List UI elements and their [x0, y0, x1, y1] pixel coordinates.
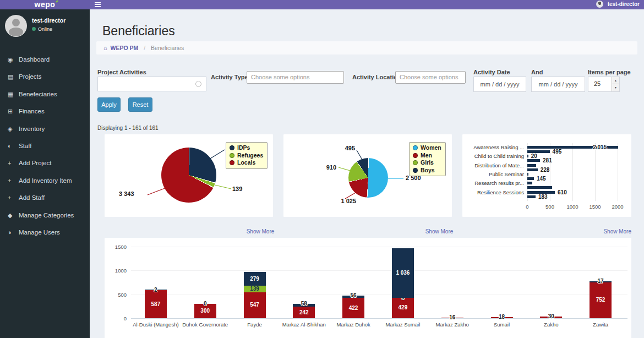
sidebar-item-add-staff[interactable]: +Add Staff [0, 189, 90, 206]
show-more-link-types[interactable]: Show More [238, 228, 282, 235]
activity-type-select[interactable]: Choose some options [247, 71, 344, 84]
sidebar-item-add-project[interactable]: +Add Project [0, 155, 90, 172]
calculator-icon: ⊞ [8, 103, 19, 120]
bar-value-label: 242 [293, 309, 315, 315]
items-per-page-input[interactable]: 25 ▲ ▼ [588, 77, 620, 92]
bar-value-label: 145 [537, 176, 546, 182]
hbar-row-5 [527, 168, 538, 171]
online-dot-icon [32, 27, 36, 31]
breadcrumb-root-link[interactable]: WEPO PM [111, 45, 139, 51]
bar-value-label: 610 [558, 189, 567, 195]
beneficiary-type-pie-chart: 1393 343IDPsRefugeesLocals [105, 134, 273, 217]
top-navbar: wepo test-director [0, 0, 644, 9]
logo-leaf-icon [56, 0, 59, 3]
plus-icon: + [8, 155, 19, 172]
bar-value-label: 1 036 [392, 270, 414, 276]
reset-button[interactable]: Reset [128, 97, 152, 112]
bar-value-label: 18 [488, 314, 516, 320]
x-axis-tick: 1500 [584, 204, 606, 210]
plus-icon: + [8, 189, 19, 206]
beneficiaries-by-gender-pie [348, 158, 388, 198]
activity-date-input[interactable] [473, 77, 526, 92]
legend-dot-icon [413, 153, 418, 158]
beneficiaries-by-type-pie [161, 148, 216, 203]
hbar-Distribution of Mate... [527, 164, 536, 167]
user-menu[interactable]: test-director [596, 1, 640, 9]
breadcrumb-current: Beneficiaries [151, 45, 184, 51]
hbar-row-7 [527, 177, 534, 180]
sidebar-item-dashboard[interactable]: ◉Dashboard [0, 51, 90, 68]
pie-value-label: 495 [337, 145, 355, 151]
hbar-row-3 [527, 159, 540, 162]
main-content: Beneficiaries ⌂ WEPO PM / Beneficiaries … [90, 9, 644, 338]
y-axis-tick: 1000 [106, 268, 127, 274]
app-logo[interactable]: wepo [0, 0, 90, 9]
home-icon[interactable]: ⌂ [103, 45, 107, 51]
gridline [131, 270, 627, 271]
user-avatar [5, 15, 27, 37]
legend-dot-icon [230, 153, 234, 158]
hbar-Research results pr... [527, 182, 532, 184]
number-spinner[interactable]: ▲ ▼ [612, 77, 619, 91]
sidebar-item-label: Inventory [19, 126, 45, 132]
bar-value-label: 495 [553, 149, 562, 155]
items-per-page-label: Items per page [588, 69, 631, 75]
legend-item-girls: Girls [413, 159, 441, 167]
activity-location-select[interactable]: Choose some options [395, 71, 466, 84]
sidebar-item-manage-users[interactable]: ◑Manage Users [0, 224, 90, 241]
sidebar-item-label: Benefeciaries [19, 91, 57, 97]
beneficiary-activity-bar-chart: 0500100015002000Awareness Raising ...2 0… [462, 134, 631, 217]
money-icon: ◈ [8, 121, 19, 138]
gridline [131, 295, 627, 295]
projects-icon: ▤ [8, 68, 19, 85]
bar-value-label: 56 [340, 292, 367, 298]
hbar-Public Seminar [527, 173, 528, 176]
beneficiary-location-stacked-chart: 1500100050005872Al-Duski (Mangesh)3000Du… [105, 238, 631, 338]
project-activities-input[interactable] [97, 77, 206, 91]
legend-dot-icon [413, 168, 418, 173]
bar-value-label: 17 [587, 278, 614, 284]
bar-chart-icon: ▦ [8, 86, 19, 103]
y-axis-category-label: Child to Child training [462, 153, 524, 159]
show-more-link-activity[interactable]: Show More [587, 228, 631, 235]
legend-item-women: Women [413, 144, 441, 152]
sidebar-item-add-inventory-item[interactable]: +Add Inventory Item [0, 172, 90, 189]
spinner-down-icon[interactable]: ▼ [612, 84, 619, 91]
loading-ring-icon [195, 81, 201, 87]
x-axis-tick: 1000 [561, 204, 583, 210]
gridline [572, 143, 573, 201]
bar-value-label: 58 [290, 301, 318, 307]
show-more-link-gender[interactable]: Show More [417, 228, 461, 235]
legend-dot-icon [413, 160, 418, 165]
sidebar-item-staff[interactable]: ◐Staff [0, 138, 90, 155]
bar-value-label: 300 [194, 308, 216, 314]
sidebar-item-benefeciaries[interactable]: ▦Benefeciaries [0, 86, 90, 103]
legend-dot-icon [413, 145, 418, 150]
topbar-username: test-director [608, 1, 640, 7]
y-axis-category-label: Resilience Sessions [462, 189, 524, 195]
sidebar-item-label: Add Inventory Item [19, 177, 72, 184]
y-axis-category-label: Research results pr... [462, 180, 524, 186]
bar-value-label: 279 [244, 276, 266, 282]
hamburger-menu-icon[interactable] [95, 2, 102, 8]
activity-date-label: Activity Date [473, 69, 510, 75]
beneficiary-gender-pie-chart: 2 5001 025910495WomenMenGirlsBoys [283, 134, 452, 217]
sidebar-item-inventory[interactable]: ◈Inventory [0, 121, 90, 138]
chart-legend: IDPsRefugeesLocals [226, 142, 268, 169]
legend-dot-icon [230, 145, 234, 150]
sidebar-item-finances[interactable]: ⊞Finances [0, 103, 90, 120]
sidebar-item-projects[interactable]: ▤Projects [0, 68, 90, 85]
bar-value-label: 422 [342, 305, 364, 311]
bar-value-label: 30 [537, 313, 565, 319]
bar-value-label: 2 015 [593, 144, 607, 150]
results-summary: Displaying 1 - 161 of 161 [97, 125, 159, 131]
apply-button[interactable]: Apply [97, 97, 121, 112]
bar-value-label: 16 [439, 314, 466, 320]
sidebar-item-label: Add Staff [19, 194, 45, 201]
breadcrumb-separator: / [144, 45, 145, 51]
bar-value-label: 547 [244, 302, 266, 308]
legend-item-boys: Boys [413, 167, 441, 175]
spinner-up-icon[interactable]: ▲ [612, 77, 619, 84]
date-to-input[interactable] [531, 77, 585, 92]
sidebar-item-manage-categories[interactable]: ◆Manage Categories [0, 207, 90, 224]
